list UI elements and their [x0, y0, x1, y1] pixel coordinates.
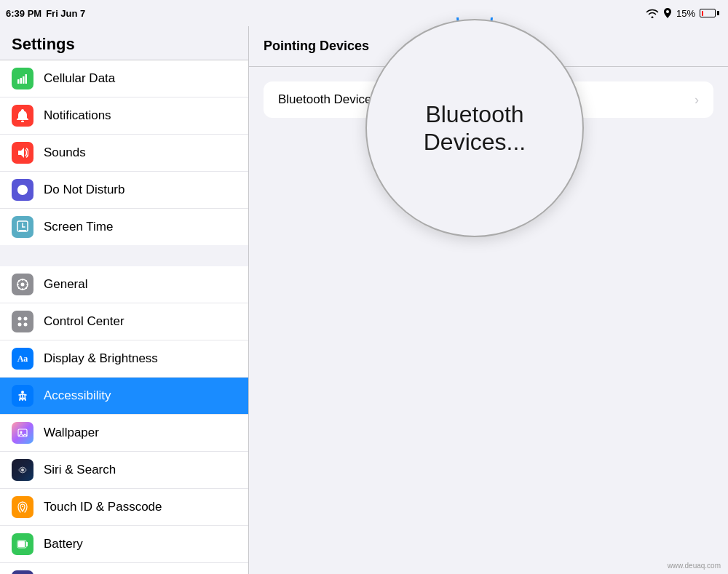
content-card-1: Bluetooth Devices... › — [264, 81, 713, 118]
battery-fill — [702, 11, 704, 16]
svg-point-17 — [25, 280, 27, 282]
svg-point-12 — [22, 279, 23, 280]
battery-tip — [717, 11, 719, 15]
svg-point-20 — [18, 317, 22, 321]
cellular-icon — [12, 68, 33, 89]
donotdisturb-label: Do Not Disturb — [44, 183, 237, 197]
battery-label: Battery — [44, 537, 237, 551]
privacy-icon — [12, 570, 33, 574]
sidebar-item-wallpaper[interactable]: Wallpaper — [0, 415, 248, 452]
wallpaper-icon — [12, 422, 33, 444]
sidebar-title: Settings — [0, 26, 248, 60]
svg-rect-1 — [17, 79, 20, 84]
sidebar-item-accessibility[interactable]: Accessibility — [0, 378, 248, 415]
sidebar-list: Cellular Data Notifications — [0, 60, 248, 574]
section-separator-1 — [0, 246, 248, 266]
svg-point-23 — [24, 323, 28, 327]
status-left: 6:39 PM Fri Jun 7 — [6, 8, 85, 19]
notifications-label: Notifications — [44, 108, 237, 123]
svg-point-19 — [25, 287, 27, 289]
donotdisturb-icon — [12, 179, 33, 201]
accessibility-icon — [12, 385, 33, 407]
sounds-label: Sounds — [44, 146, 237, 160]
date-display: Fri Jun 7 — [46, 8, 85, 19]
controlcenter-icon — [12, 311, 33, 332]
general-icon — [12, 274, 33, 295]
svg-point-15 — [26, 284, 28, 285]
sidebar-item-display[interactable]: Aa Display & Brightness — [0, 340, 248, 378]
sidebar-item-screentime[interactable]: Screen Time — [0, 209, 248, 245]
svg-point-13 — [22, 288, 23, 290]
battery-sidebar-icon — [12, 533, 33, 555]
sidebar-section-1: Cellular Data Notifications — [0, 60, 248, 245]
main-header: Pointing Devices — [249, 26, 728, 67]
general-label: General — [44, 277, 237, 292]
svg-rect-32 — [18, 541, 25, 547]
main-content: Bluetooth Devices... Pointing Devices Bl… — [249, 26, 728, 574]
svg-point-18 — [18, 287, 20, 289]
touchid-icon — [12, 496, 33, 518]
bluetooth-devices-row[interactable]: Bluetooth Devices... › — [264, 81, 713, 118]
battery-body — [700, 9, 716, 17]
sidebar-item-sounds[interactable]: Sounds — [0, 135, 248, 172]
accessibility-label: Accessibility — [44, 388, 237, 403]
status-bar: 6:39 PM Fri Jun 7 15% — [0, 0, 728, 26]
svg-point-26 — [20, 431, 23, 434]
sounds-icon — [12, 142, 33, 164]
sidebar: Settings Cellular Data — [0, 26, 249, 574]
svg-point-5 — [21, 121, 24, 123]
wallpaper-label: Wallpaper — [44, 426, 237, 440]
notifications-icon — [12, 105, 33, 127]
time-display: 6:39 PM — [6, 8, 41, 19]
svg-point-0 — [666, 10, 669, 13]
svg-rect-4 — [25, 74, 28, 84]
sidebar-item-donotdisturb[interactable]: Do Not Disturb — [0, 172, 248, 209]
app-container: Settings Cellular Data — [0, 26, 728, 574]
sidebar-item-general[interactable]: General — [0, 266, 248, 303]
siri-label: Siri & Search — [44, 463, 237, 477]
touchid-label: Touch ID & Passcode — [44, 500, 237, 514]
svg-point-24 — [21, 391, 24, 394]
bluetooth-devices-label: Bluetooth Devices... — [278, 92, 695, 107]
location-icon — [663, 8, 672, 18]
svg-rect-2 — [20, 78, 23, 84]
screentime-icon — [12, 216, 33, 238]
svg-rect-33 — [26, 542, 28, 546]
screentime-label: Screen Time — [44, 220, 237, 234]
sidebar-item-cellular[interactable]: Cellular Data — [0, 60, 248, 97]
sidebar-section-2: General Control Center — [0, 266, 248, 574]
sidebar-item-touchid[interactable]: Touch ID & Passcode — [0, 489, 248, 526]
watermark: www.deuaq.com — [668, 562, 721, 570]
sidebar-item-battery[interactable]: Battery — [0, 526, 248, 563]
svg-point-11 — [21, 283, 25, 287]
cellular-label: Cellular Data — [44, 71, 237, 86]
main-title: Pointing Devices — [264, 39, 369, 54]
controlcenter-label: Control Center — [44, 314, 237, 329]
svg-point-21 — [24, 317, 28, 321]
sidebar-item-siri[interactable]: Siri & Search — [0, 452, 248, 489]
sidebar-item-privacy[interactable]: Privacy — [0, 563, 248, 574]
svg-rect-3 — [23, 76, 25, 84]
battery-icon — [700, 9, 719, 17]
display-icon: Aa — [12, 348, 33, 370]
wifi-icon — [646, 8, 659, 18]
sidebar-item-controlcenter[interactable]: Control Center — [0, 303, 248, 340]
svg-point-14 — [17, 284, 18, 285]
svg-point-22 — [18, 323, 22, 327]
svg-point-28 — [21, 469, 24, 471]
svg-point-30 — [22, 506, 23, 507]
display-label: Display & Brightness — [44, 351, 237, 366]
svg-point-16 — [18, 280, 20, 282]
status-right: 15% — [646, 8, 719, 19]
chevron-icon: › — [695, 92, 699, 108]
siri-icon — [12, 459, 33, 481]
sidebar-item-notifications[interactable]: Notifications — [0, 97, 248, 135]
svg-rect-7 — [19, 230, 26, 231]
battery-percent: 15% — [676, 8, 695, 19]
main-body: Bluetooth Devices... › — [249, 67, 728, 574]
